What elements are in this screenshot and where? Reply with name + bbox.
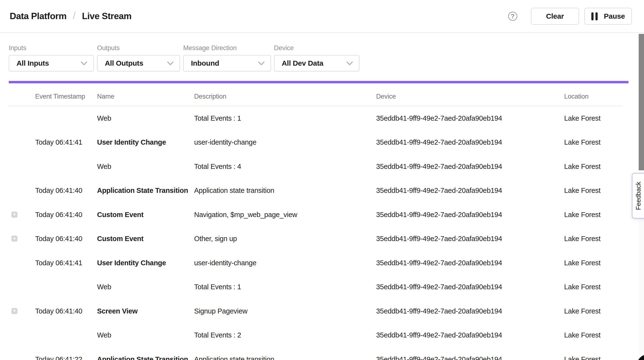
column-header-description: Description xyxy=(194,93,226,100)
breadcrumb: Data Platform / Live Stream xyxy=(10,10,132,22)
row-device: 35eddb41-9ff9-49e2-7aed-20afa90eb194 xyxy=(376,283,502,291)
table-row[interactable]: Today 06:41:41 User Identity Change user… xyxy=(0,130,644,155)
row-device: 35eddb41-9ff9-49e2-7aed-20afa90eb194 xyxy=(376,114,502,122)
row-location: Lake Forest xyxy=(564,283,600,291)
pause-button[interactable]: Pause xyxy=(584,8,632,25)
chevron-down-icon xyxy=(80,61,87,65)
row-timestamp: Today 06:41:40 xyxy=(35,186,82,194)
table-row[interactable]: Today 06:41:40 Application State Transit… xyxy=(0,179,644,203)
row-timestamp: Today 06:41:22 xyxy=(35,355,82,360)
row-name: Web xyxy=(97,331,111,339)
device-select-value: All Dev Data xyxy=(282,59,323,67)
row-name: Custom Event xyxy=(97,210,144,218)
column-header-device: Device xyxy=(376,93,396,100)
filter-label-outputs: Outputs xyxy=(97,44,180,52)
inputs-select[interactable]: All Inputs xyxy=(9,55,94,71)
column-header-event-timestamp: Event Timestamp xyxy=(35,93,85,100)
expand-row-button[interactable] xyxy=(12,308,18,314)
table-row[interactable]: Web Total Events : 1 35eddb41-9ff9-49e2-… xyxy=(0,275,644,299)
row-name: Web xyxy=(97,114,111,122)
row-description: user-identity-change xyxy=(194,259,256,267)
row-location: Lake Forest xyxy=(564,138,600,146)
table-row[interactable]: Today 06:41:40 Custom Event Navigation, … xyxy=(0,202,644,227)
row-location: Lake Forest xyxy=(564,307,600,315)
column-header-location: Location xyxy=(564,93,588,100)
breadcrumb-live-stream: Live Stream xyxy=(82,11,132,21)
device-select[interactable]: All Dev Data xyxy=(274,55,359,71)
row-name: Screen View xyxy=(97,307,138,315)
feedback-tab[interactable]: Feedback xyxy=(632,173,644,218)
row-name: Custom Event xyxy=(97,235,144,243)
row-device: 35eddb41-9ff9-49e2-7aed-20afa90eb194 xyxy=(376,235,502,243)
message-direction-select-value: Inbound xyxy=(191,59,219,67)
live-stream-page: Data Platform / Live Stream ? Clear Paus… xyxy=(0,0,644,360)
table-row[interactable]: Today 06:41:40 Screen View Signup Pagevi… xyxy=(0,299,644,323)
filter-message-direction: Message Direction Inbound xyxy=(183,44,271,71)
row-location: Lake Forest xyxy=(564,210,600,218)
row-timestamp: Today 06:41:40 xyxy=(35,235,82,243)
row-description: Application state transition xyxy=(194,186,274,194)
page-header: Data Platform / Live Stream ? Clear Paus… xyxy=(0,0,644,33)
pause-button-label: Pause xyxy=(604,12,625,20)
table-row[interactable]: Today 06:41:22 Application State Transit… xyxy=(0,347,644,360)
row-name: Application State Transition xyxy=(97,355,188,360)
row-location: Lake Forest xyxy=(564,355,600,360)
row-description: Application state transition xyxy=(194,355,274,360)
row-description: Navigation, $mp_web_page_view xyxy=(194,210,297,218)
row-description: Total Events : 1 xyxy=(194,114,241,122)
filter-label-device: Device xyxy=(274,44,359,52)
row-location: Lake Forest xyxy=(564,235,600,243)
row-device: 35eddb41-9ff9-49e2-7aed-20afa90eb194 xyxy=(376,355,502,360)
row-device: 35eddb41-9ff9-49e2-7aed-20afa90eb194 xyxy=(376,138,502,146)
accent-divider xyxy=(9,81,628,83)
expand-row-button[interactable] xyxy=(12,236,18,242)
row-description: user-identity-change xyxy=(194,138,256,146)
table-row[interactable]: Web Total Events : 1 35eddb41-9ff9-49e2-… xyxy=(0,106,644,130)
filter-outputs: Outputs All Outputs xyxy=(97,44,180,71)
chevron-down-icon xyxy=(346,61,353,65)
row-device: 35eddb41-9ff9-49e2-7aed-20afa90eb194 xyxy=(376,259,502,267)
table-row[interactable]: Today 06:41:41 User Identity Change user… xyxy=(0,251,644,275)
column-header-name: Name xyxy=(97,93,114,100)
table-row[interactable]: Today 06:41:40 Custom Event Other, sign … xyxy=(0,227,644,251)
help-icon[interactable]: ? xyxy=(508,12,517,21)
row-name: Web xyxy=(97,162,111,170)
row-location: Lake Forest xyxy=(564,162,600,170)
row-description: Total Events : 2 xyxy=(194,331,241,339)
clear-button-label: Clear xyxy=(546,12,564,20)
row-description: Total Events : 1 xyxy=(194,283,241,291)
chevron-down-icon xyxy=(258,61,265,65)
table-row[interactable]: Web Total Events : 4 35eddb41-9ff9-49e2-… xyxy=(0,154,644,179)
expand-row-button[interactable] xyxy=(12,211,18,217)
row-location: Lake Forest xyxy=(564,114,600,122)
message-direction-select[interactable]: Inbound xyxy=(183,55,271,71)
row-timestamp: Today 06:41:40 xyxy=(35,307,82,315)
header-actions: ? Clear Pause xyxy=(508,8,632,25)
feedback-tab-label: Feedback xyxy=(635,182,642,210)
row-name: Application State Transition xyxy=(97,186,188,194)
row-name: User Identity Change xyxy=(97,259,166,267)
table-row[interactable]: Web Total Events : 2 35eddb41-9ff9-49e2-… xyxy=(0,323,644,348)
row-location: Lake Forest xyxy=(564,259,600,267)
row-device: 35eddb41-9ff9-49e2-7aed-20afa90eb194 xyxy=(376,331,502,339)
row-timestamp: Today 06:41:41 xyxy=(35,138,82,146)
scrollbar-thumb[interactable] xyxy=(639,34,644,170)
row-location: Lake Forest xyxy=(564,331,600,339)
row-location: Lake Forest xyxy=(564,186,600,194)
row-name: Web xyxy=(97,283,111,291)
breadcrumb-separator-icon: / xyxy=(73,10,76,21)
row-timestamp: Today 06:41:40 xyxy=(35,210,82,218)
filter-device: Device All Dev Data xyxy=(274,44,359,71)
table-body: Web Total Events : 1 35eddb41-9ff9-49e2-… xyxy=(0,106,644,360)
row-timestamp: Today 06:41:41 xyxy=(35,259,82,267)
clear-button[interactable]: Clear xyxy=(531,8,579,25)
outputs-select[interactable]: All Outputs xyxy=(97,55,180,71)
outputs-select-value: All Outputs xyxy=(105,59,143,67)
row-device: 35eddb41-9ff9-49e2-7aed-20afa90eb194 xyxy=(376,307,502,315)
row-device: 35eddb41-9ff9-49e2-7aed-20afa90eb194 xyxy=(376,210,502,218)
breadcrumb-data-platform[interactable]: Data Platform xyxy=(10,11,66,21)
filter-label-message-direction: Message Direction xyxy=(183,44,271,52)
row-name: User Identity Change xyxy=(97,138,166,146)
row-description: Other, sign up xyxy=(194,235,237,243)
pause-icon xyxy=(591,12,598,20)
